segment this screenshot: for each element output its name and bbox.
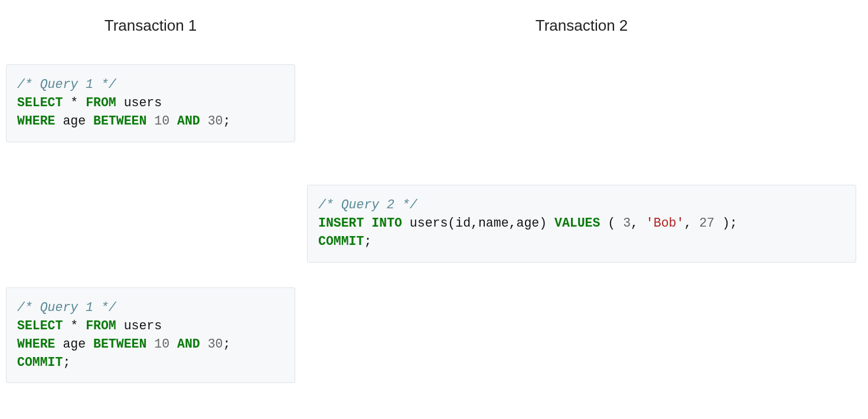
star: *	[70, 96, 78, 110]
keyword-insert: INSERT	[318, 216, 364, 230]
keyword-where: WHERE	[17, 337, 56, 351]
column-age: age	[63, 337, 86, 351]
query-1a-block: /* Query 1 */ SELECT * FROM users WHERE …	[6, 64, 295, 142]
keyword-from: FROM	[86, 96, 116, 110]
column-age: age	[63, 114, 86, 128]
semicolon: ;	[63, 355, 70, 369]
keyword-and: AND	[177, 337, 200, 351]
keyword-where: WHERE	[17, 114, 56, 128]
keyword-commit: COMMIT	[318, 234, 364, 248]
query-2-code: /* Query 2 */ INSERT INTO users(id,name,…	[318, 196, 845, 251]
lparen: (	[608, 216, 615, 230]
keyword-commit: COMMIT	[17, 355, 63, 369]
keyword-into: INTO	[371, 216, 402, 230]
table-name: users	[124, 96, 162, 110]
table-name: users	[410, 216, 448, 230]
query-1b-block: /* Query 1 */ SELECT * FROM users WHERE …	[6, 287, 295, 384]
keyword-values: VALUES	[554, 216, 600, 230]
literal-bob: 'Bob'	[646, 216, 684, 230]
comma: ,	[684, 216, 691, 230]
comment: /* Query 2 */	[318, 198, 417, 212]
semicolon: ;	[223, 337, 230, 351]
comment: /* Query 1 */	[17, 77, 116, 91]
keyword-select: SELECT	[17, 96, 63, 110]
keyword-between: BETWEEN	[93, 337, 146, 351]
comment: /* Query 1 */	[17, 300, 116, 315]
semicolon: ;	[730, 216, 738, 230]
literal-3: 3	[623, 216, 631, 230]
keyword-between: BETWEEN	[93, 114, 146, 128]
column-list: (id,name,age)	[448, 216, 547, 230]
literal-30: 30	[208, 337, 223, 351]
transaction-1-column: Transaction 1 /* Query 1 */ SELECT * FRO…	[6, 0, 295, 419]
literal-30: 30	[208, 114, 223, 128]
keyword-and: AND	[177, 114, 200, 128]
semicolon: ;	[364, 234, 371, 248]
transaction-2-column: Transaction 2 /* Query 2 */ INSERT INTO …	[307, 0, 856, 419]
semicolon: ;	[223, 114, 230, 128]
star: *	[70, 319, 78, 333]
query-2-block: /* Query 2 */ INSERT INTO users(id,name,…	[307, 185, 856, 263]
transaction-1-heading: Transaction 1	[6, 17, 295, 35]
literal-27: 27	[699, 216, 714, 230]
literal-10: 10	[154, 114, 169, 128]
rparen: )	[722, 216, 730, 230]
query-1a-code: /* Query 1 */ SELECT * FROM users WHERE …	[17, 76, 284, 131]
diagram-container: Transaction 1 /* Query 1 */ SELECT * FRO…	[0, 0, 868, 419]
transaction-2-heading: Transaction 2	[307, 17, 856, 35]
table-name: users	[124, 319, 162, 333]
query-1b-code: /* Query 1 */ SELECT * FROM users WHERE …	[17, 299, 284, 372]
comma: ,	[631, 216, 638, 230]
keyword-select: SELECT	[17, 319, 63, 333]
literal-10: 10	[154, 337, 169, 351]
keyword-from: FROM	[86, 319, 116, 333]
